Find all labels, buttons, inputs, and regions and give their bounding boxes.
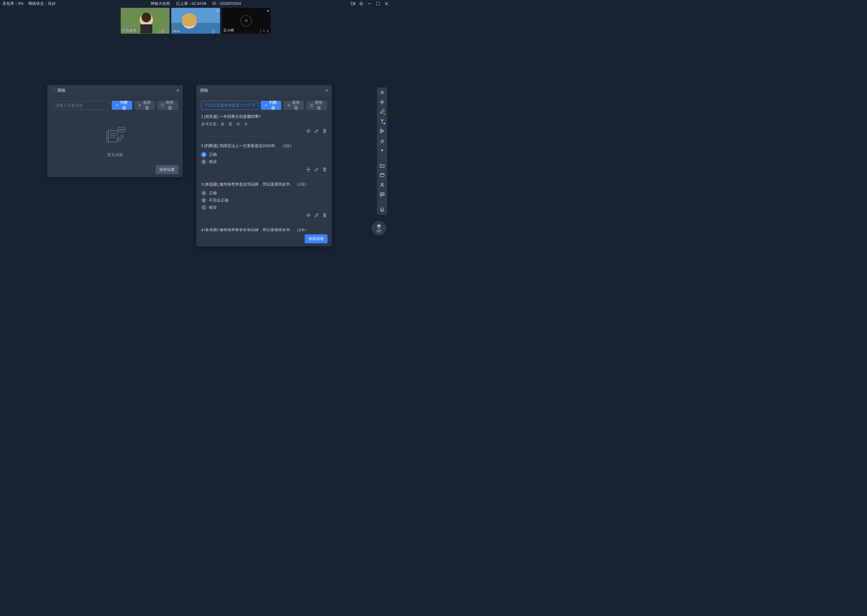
bell-tool-icon[interactable]	[379, 207, 385, 212]
separator	[379, 202, 385, 202]
panel-header: 〈 测验 ×	[47, 85, 183, 96]
question-item: 3 [单选题] 施华洛世奇是反华品牌，所以梁鼎琪反华。 （2分）A正确B不完全正…	[201, 182, 327, 221]
option-row[interactable]: B错误	[201, 158, 327, 165]
cursor-tool-icon[interactable]	[379, 90, 385, 95]
svg-point-1	[360, 3, 362, 5]
edit-icon[interactable]	[314, 213, 319, 217]
option-row[interactable]: B不完全正确	[201, 197, 327, 204]
right-toolbar	[377, 87, 387, 215]
empty-text: 暂无试题	[107, 152, 123, 158]
raise-hand-button[interactable]: 0/2	[372, 221, 386, 236]
question-actions	[201, 167, 327, 172]
tile-close-icon[interactable]: ×	[267, 8, 270, 13]
mic-indicator	[212, 30, 219, 33]
reference-answer: 参考答案：春、夏、秋、冬	[201, 122, 327, 127]
svg-point-6	[161, 30, 164, 33]
svg-rect-19	[109, 130, 117, 142]
question-item: 2 [判断题] 我国宪法上一次更新是在2020年。 （2分）A正确B错误	[201, 143, 327, 175]
question-header: 1 [简答题] 一年四季分别是哪四季?	[201, 114, 327, 119]
option-letter: A	[201, 152, 207, 157]
topbar: 丢包率：0% 网络状态：良好 神秘大自然 已上课：02:34:09 ID：202…	[0, 0, 391, 7]
question-list: 1 [简答题] 一年四季分别是哪四季?参考答案：春、夏、秋、冬 2 [判断题] …	[201, 114, 327, 231]
network-status: 网络状态：良好	[28, 1, 56, 6]
panel-close-icon[interactable]: ×	[325, 88, 328, 93]
panel-close-icon[interactable]: ×	[177, 88, 179, 93]
option-text: 正确	[209, 152, 217, 157]
svg-rect-15	[267, 30, 268, 32]
option-row[interactable]: A正确	[201, 190, 327, 197]
svg-point-28	[288, 105, 289, 105]
option-letter: B	[201, 198, 207, 203]
scissors-tool-icon[interactable]	[379, 128, 385, 134]
user-tool-icon[interactable]	[379, 182, 385, 187]
panel-title: 测验	[200, 88, 208, 93]
video-strip: 叮当老师 × Nina × 王小明	[0, 7, 391, 34]
svg-rect-34	[380, 174, 384, 176]
video-tile-student[interactable]: × Nina	[171, 8, 220, 34]
quiz-name-input[interactable]	[201, 101, 258, 110]
edit-icon[interactable]	[314, 129, 319, 133]
svg-point-24	[120, 129, 120, 130]
move-icon[interactable]	[306, 213, 311, 217]
judge-question-button[interactable]: 判断题	[261, 101, 281, 110]
move-tool-icon[interactable]	[379, 99, 385, 105]
option-row[interactable]: A正确	[201, 151, 327, 158]
svg-rect-4	[140, 24, 152, 33]
media-tool-icon[interactable]	[379, 172, 385, 178]
video-tile-student[interactable]: × 王小明	[222, 8, 271, 34]
maximize-icon[interactable]	[376, 1, 380, 6]
camera-icon[interactable]	[350, 1, 355, 6]
option-letter: A	[201, 190, 207, 196]
chat-tool-icon[interactable]	[379, 192, 385, 197]
svg-rect-13	[217, 30, 218, 32]
svg-point-5	[142, 13, 151, 22]
svg-point-12	[213, 31, 214, 32]
edit-icon[interactable]	[314, 167, 319, 172]
judge-question-button[interactable]: 判断题	[112, 101, 132, 110]
svg-point-38	[382, 194, 382, 194]
video-tile-teacher[interactable]: 叮当老师	[121, 8, 169, 34]
option-letter: B	[201, 159, 207, 165]
question-header: 4 [多选题] 施华洛世奇是反华品牌，所以梁鼎琪反华。 （2分）	[201, 227, 327, 231]
question-header: 3 [单选题] 施华洛世奇是反华品牌，所以梁鼎琪反华。 （2分）	[201, 182, 327, 187]
back-icon[interactable]: 〈	[51, 88, 55, 94]
choice-question-button[interactable]: 选择题	[284, 101, 304, 110]
settings-icon[interactable]	[359, 1, 364, 6]
svg-rect-29	[311, 104, 313, 107]
panel-header: 测验 ×	[196, 85, 332, 96]
video-name: 王小明	[223, 28, 234, 33]
option-letter: C	[201, 205, 207, 210]
tile-close-icon[interactable]: ×	[216, 8, 219, 13]
question-actions	[201, 129, 327, 133]
text-tool-icon[interactable]	[379, 118, 385, 124]
option-text: 错误	[209, 205, 217, 210]
close-icon[interactable]	[384, 1, 389, 6]
class-title: 神秘大自然	[151, 1, 170, 6]
quiz-name-input[interactable]	[52, 101, 109, 110]
delete-icon[interactable]	[322, 213, 327, 217]
svg-point-37	[381, 194, 381, 194]
delete-icon[interactable]	[322, 167, 327, 172]
minimize-icon[interactable]	[367, 1, 372, 6]
question-actions	[201, 213, 327, 217]
delete-icon[interactable]	[322, 129, 327, 133]
quiz-panel-empty: 〈 测验 × 判断题 选择题 简答题 暂无试题 保存试卷	[47, 85, 183, 177]
option-row[interactable]: C错误	[201, 204, 327, 211]
class-time: 已上课：02:34:09	[176, 1, 207, 6]
question-item: 4 [多选题] 施华洛世奇是反华品牌，所以梁鼎琪反华。 （2分）A是的B不完全正…	[201, 227, 327, 231]
short-answer-button[interactable]: 简答题	[306, 101, 327, 110]
choice-question-button[interactable]: 选择题	[134, 101, 155, 110]
move-icon[interactable]	[306, 167, 311, 172]
folder-tool-icon[interactable]	[379, 163, 385, 168]
eraser-tool-icon[interactable]	[379, 138, 385, 143]
mic-indicator	[159, 30, 168, 33]
brightness-tool-icon[interactable]	[379, 148, 385, 153]
save-quiz-button[interactable]: 保存试卷	[305, 234, 328, 244]
svg-point-30	[382, 92, 383, 93]
pen-tool-icon[interactable]	[379, 109, 385, 114]
svg-point-39	[383, 194, 383, 194]
svg-point-35	[381, 183, 383, 185]
short-answer-button[interactable]: 简答题	[158, 101, 178, 110]
save-quiz-button[interactable]: 保存试卷	[156, 165, 178, 174]
move-icon[interactable]	[306, 129, 311, 133]
